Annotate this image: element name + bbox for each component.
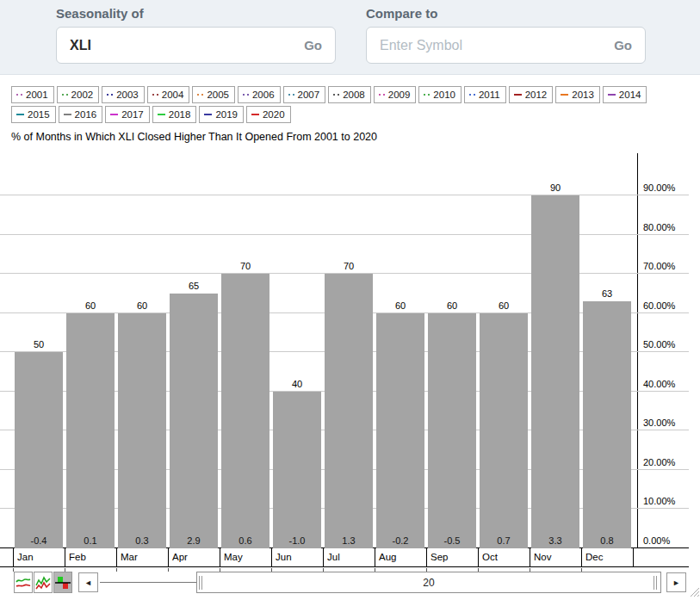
bar-Jul[interactable]	[325, 274, 373, 548]
scroll-left-button[interactable]: ◄	[78, 572, 98, 592]
avg-return-label: -0.2	[375, 535, 426, 546]
avg-return-label: 0.1	[65, 535, 116, 546]
month-tick	[271, 548, 272, 567]
year-toggle-2005[interactable]: 2005	[192, 86, 235, 103]
avg-return-label: 0.7	[478, 535, 530, 546]
year-label: 2018	[169, 109, 191, 120]
year-toggle-2004[interactable]: 2004	[147, 86, 190, 103]
bar-May[interactable]	[221, 274, 269, 548]
avg-return-label: 2.9	[168, 535, 220, 546]
year-label: 2013	[572, 90, 594, 100]
thumb-right-grip[interactable]	[654, 576, 659, 590]
year-toggle-2003[interactable]: 2003	[102, 86, 145, 103]
year-line-marker-icon	[110, 114, 118, 115]
year-label: 2008	[343, 90, 365, 100]
year-toggle-2018[interactable]: 2018	[152, 106, 197, 123]
bar-Mar[interactable]	[118, 313, 166, 548]
year-label: 2015	[28, 109, 50, 120]
month-slot-Oct: 600.7	[478, 153, 530, 548]
bar-value-label: 60	[375, 300, 426, 311]
thumb-left-grip[interactable]	[199, 576, 204, 590]
symbol-input-box[interactable]: Go	[56, 27, 336, 64]
compare-go-button[interactable]: Go	[614, 38, 632, 53]
bar-Jan[interactable]	[15, 352, 63, 548]
year-toggle-2014[interactable]: 2014	[603, 86, 647, 103]
month-tick	[478, 548, 479, 567]
year-line-marker-icon	[16, 114, 24, 115]
plot-area: 0.00%10.00%20.00%30.00%40.00%50.00%60.00…	[0, 153, 689, 548]
bar-Sep[interactable]	[428, 313, 476, 548]
y-axis-tick-label: 50.00%	[643, 339, 675, 349]
year-label: 2012	[525, 90, 548, 100]
month-slot-Jun: 40-1.0	[271, 153, 323, 548]
year-toggle-2015[interactable]: 2015	[11, 106, 56, 123]
bar-chart-icon[interactable]	[53, 572, 72, 593]
compare-group: Compare to Go	[366, 6, 646, 64]
compare-input[interactable]	[380, 38, 614, 53]
symbol-input[interactable]	[70, 38, 304, 53]
bar-Oct[interactable]	[480, 313, 528, 548]
year-line-marker-icon	[514, 94, 522, 96]
y-axis-tick-label: 0.00%	[643, 535, 670, 546]
compare-input-box[interactable]: Go	[366, 27, 646, 64]
seasonality-label: Seasonality of	[56, 6, 336, 21]
month-label-Jun: Jun	[276, 552, 292, 562]
year-toggle-2007[interactable]: 2007	[283, 86, 326, 103]
resize-handle-icon[interactable]	[687, 585, 699, 597]
year-toggle-2017[interactable]: 2017	[105, 106, 150, 123]
bar-Aug[interactable]	[376, 313, 424, 548]
bar-Nov[interactable]	[531, 195, 579, 548]
bar-Feb[interactable]	[66, 313, 115, 548]
month-tick	[323, 548, 324, 567]
month-label-Oct: Oct	[482, 552, 498, 562]
bar-value-label: 60	[426, 300, 478, 311]
year-label: 2005	[207, 90, 229, 100]
bar-value-label: 70	[323, 261, 375, 271]
year-line-marker-icon	[379, 94, 385, 96]
year-toggle-2019[interactable]: 2019	[199, 106, 244, 123]
year-toggle-2002[interactable]: 2002	[57, 86, 100, 103]
year-toggle-2012[interactable]: 2012	[509, 86, 554, 103]
y-axis-tick-label: 10.00%	[643, 496, 675, 506]
year-line-marker-icon	[64, 114, 71, 115]
year-line-marker-icon	[152, 94, 158, 96]
year-line-marker-icon	[16, 94, 22, 96]
year-toggle-2009[interactable]: 2009	[374, 86, 417, 103]
bar-value-label: 63	[581, 288, 633, 299]
month-label-Dec: Dec	[585, 552, 603, 562]
y-axis-tick-label: 20.00%	[643, 457, 675, 467]
year-toggle-2001[interactable]: 2001	[11, 86, 54, 103]
bar-value-label: 65	[168, 281, 220, 291]
bar-Jun[interactable]	[273, 392, 321, 548]
bar-Apr[interactable]	[170, 294, 218, 548]
scrollbar-thumb[interactable]: 20	[196, 572, 661, 593]
year-toggle-2011[interactable]: 2011	[464, 86, 506, 103]
year-line-marker-icon	[333, 94, 339, 96]
month-tick	[633, 548, 634, 567]
year-label: 2002	[71, 90, 94, 100]
year-toggle-2008[interactable]: 2008	[328, 86, 371, 103]
year-label: 2019	[215, 109, 238, 120]
year-toggle-2013[interactable]: 2013	[555, 86, 600, 103]
symbol-go-button[interactable]: Go	[304, 38, 322, 53]
bar-value-label: 70	[220, 261, 271, 271]
scrollbar-track[interactable]	[100, 582, 196, 583]
year-label: 2001	[26, 90, 48, 100]
month-label-Apr: Apr	[172, 552, 188, 562]
mountain-chart-icon[interactable]	[34, 572, 53, 593]
line-chart-icon[interactable]	[14, 572, 33, 593]
month-slot-Sep: 60-0.5	[426, 153, 478, 548]
bar-chart-glyph	[55, 575, 71, 591]
month-label-Feb: Feb	[69, 552, 86, 562]
year-toggle-2010[interactable]: 2010	[418, 86, 462, 103]
year-toggle-2020[interactable]: 2020	[246, 106, 291, 123]
bar-value-label: 40	[271, 379, 323, 389]
avg-return-label: 0.6	[220, 535, 271, 546]
year-line-marker-icon	[204, 114, 212, 115]
year-toggle-2016[interactable]: 2016	[59, 106, 103, 123]
month-slot-Apr: 652.9	[168, 153, 220, 548]
month-label-Mar: Mar	[121, 552, 138, 562]
scroll-right-button[interactable]: ►	[666, 572, 686, 592]
bar-Dec[interactable]	[583, 301, 631, 548]
year-toggle-2006[interactable]: 2006	[238, 86, 281, 103]
